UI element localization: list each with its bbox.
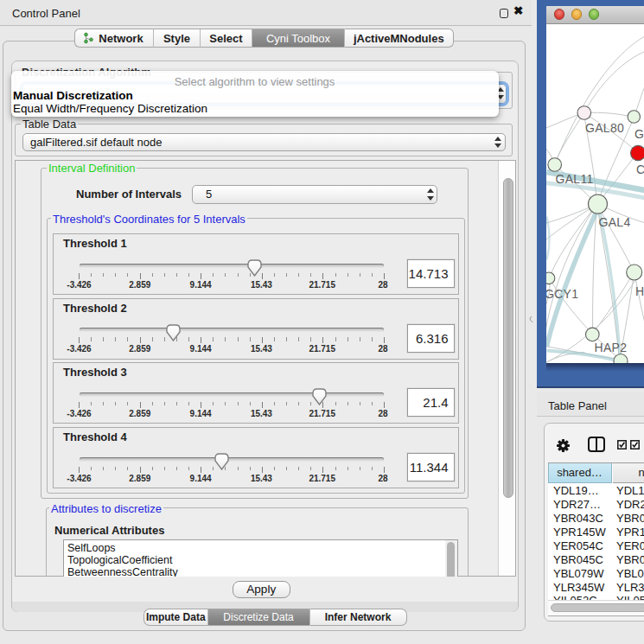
svg-text:HI: HI xyxy=(635,284,644,298)
svg-text:C: C xyxy=(636,162,644,175)
svg-text:HAP2: HAP2 xyxy=(594,341,627,354)
svg-text:GA: GA xyxy=(634,127,644,141)
svg-text:GAL80: GAL80 xyxy=(585,121,624,135)
svg-text:GCY1: GCY1 xyxy=(546,287,578,301)
svg-text:GAL11: GAL11 xyxy=(555,172,593,186)
svg-text:GAL4: GAL4 xyxy=(598,215,630,229)
